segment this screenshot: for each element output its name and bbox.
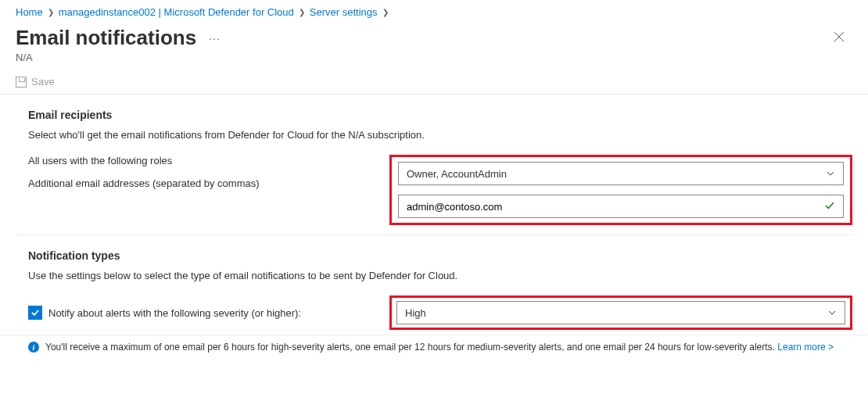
emails-input[interactable] <box>407 201 824 213</box>
section-title-notifications: Notification types <box>28 249 852 262</box>
save-button[interactable]: Save <box>16 76 55 88</box>
info-text: You'll receive a maximum of one email pe… <box>45 342 775 353</box>
close-button[interactable] <box>826 26 852 49</box>
emails-label: Additional email addresses (separated by… <box>28 177 396 189</box>
roles-dropdown-value: Owner, AccountAdmin <box>407 168 507 180</box>
section-title-recipients: Email recipients <box>28 109 852 121</box>
page-subtitle: N/A <box>0 50 868 71</box>
page-title: Email notifications <box>16 26 196 50</box>
highlight-severity: High <box>389 295 852 330</box>
emails-input-wrapper[interactable] <box>398 195 844 218</box>
severity-dropdown[interactable]: High <box>396 301 845 324</box>
close-icon <box>834 31 845 42</box>
severity-checkbox[interactable] <box>28 306 42 320</box>
breadcrumb-server-settings[interactable]: Server settings <box>310 6 378 18</box>
breadcrumb-home[interactable]: Home <box>16 6 43 18</box>
notification-types-section: Notification types Use the settings belo… <box>0 235 868 330</box>
highlight-recipients: Owner, AccountAdmin <box>389 155 852 225</box>
chevron-right-icon: ❯ <box>48 8 54 16</box>
roles-label: All users with the following roles <box>28 155 396 167</box>
breadcrumb: Home ❯ managedinstance002 | Microsoft De… <box>0 0 868 23</box>
section-desc-notifications: Use the settings below to select the typ… <box>28 270 852 281</box>
info-banner: i You'll receive a maximum of one email … <box>0 335 868 360</box>
section-desc-recipients: Select who'll get the email notification… <box>28 129 852 141</box>
learn-more-link[interactable]: Learn more > <box>777 342 834 353</box>
checkmark-icon <box>30 308 40 317</box>
save-label: Save <box>31 76 55 88</box>
toolbar: Save <box>0 71 868 95</box>
chevron-down-icon <box>826 169 835 178</box>
severity-label: Notify about alerts with the following s… <box>48 307 301 319</box>
chevron-down-icon <box>827 308 837 317</box>
save-icon <box>16 77 27 88</box>
email-recipients-section: Email recipients Select who'll get the e… <box>0 95 868 225</box>
chevron-right-icon: ❯ <box>382 8 389 16</box>
checkmark-icon <box>824 200 835 213</box>
chevron-right-icon: ❯ <box>299 8 305 16</box>
info-icon: i <box>28 342 39 353</box>
severity-dropdown-value: High <box>405 307 426 319</box>
breadcrumb-instance[interactable]: managedinstance002 | Microsoft Defender … <box>59 6 294 18</box>
more-options-button[interactable]: ··· <box>206 29 224 48</box>
roles-dropdown[interactable]: Owner, AccountAdmin <box>398 162 844 185</box>
